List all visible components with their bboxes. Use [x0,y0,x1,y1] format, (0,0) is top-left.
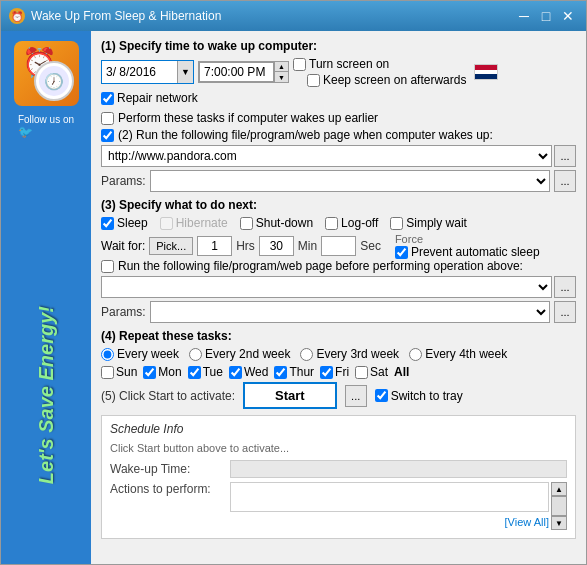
scroll-up-btn[interactable]: ▲ [551,482,567,496]
date-picker[interactable]: 3/ 8/2016 ▼ [101,60,194,84]
start-dots-btn[interactable]: ... [345,385,367,407]
day-sun[interactable]: Sun [101,365,137,379]
start-button[interactable]: Start [243,382,337,409]
url-row: http://www.pandora.com ... [101,145,576,167]
switch-tray-checkbox[interactable]: Switch to tray [375,389,463,403]
scroll-down-btn[interactable]: ▼ [551,516,567,530]
switch-tray-cb[interactable] [375,389,388,402]
repair-network-label: Repair network [117,91,198,105]
content-area: ⏰ 🕖 Follow us on 🐦 Let's Save Energy! (1… [1,31,586,564]
time-up-btn[interactable]: ▲ [274,62,288,72]
wakeup-time-row: Wake-up Time: [110,460,567,478]
repair-network-cb[interactable] [101,92,114,105]
sec-input[interactable] [321,236,356,256]
logoff-checkbox[interactable]: Log-off [325,216,378,230]
params-select[interactable] [150,170,550,192]
url-browse-btn[interactable]: ... [554,145,576,167]
close-button[interactable]: ✕ [558,6,578,26]
day-sat[interactable]: Sat [355,365,388,379]
title-bar-left: ⏰ Wake Up From Sleep & Hibernation [9,8,221,24]
run-program-cb[interactable] [101,129,114,142]
hrs-input[interactable] [197,236,232,256]
every-2nd-label: Every 2nd week [205,347,290,361]
turn-screen-checkbox[interactable]: Turn screen on [293,57,466,71]
days-row: Sun Mon Tue Wed [101,365,576,379]
date-value: 3/ 8/2016 [102,63,177,81]
perform-tasks-row: Perform these tasks if computer wakes up… [101,111,576,125]
section-3: (3) Specify what to do next: Sleep Hiber… [101,198,576,323]
section-5: (5) Click Start to activate: Start ... S… [101,382,576,409]
pick-button[interactable]: Pick... [149,237,193,255]
clock-face: 🕖 [39,66,69,96]
wait-row: Wait for: Pick... Hrs Min Sec Force Prev… [101,233,576,259]
every-week-label: Every week [117,347,179,361]
maximize-button[interactable]: □ [536,6,556,26]
shutdown-label: Shut-down [256,216,313,230]
flag-icon [474,64,498,80]
day-thur[interactable]: Thur [274,365,314,379]
every-4th-label: Every 4th week [425,347,507,361]
prevent-sleep-cb[interactable] [395,246,408,259]
every-3rd-label: Every 3rd week [316,347,399,361]
wait-for-label: Wait for: [101,239,145,253]
before-params-select[interactable] [150,301,550,323]
before-url-select[interactable] [101,276,552,298]
simply-wait-cb[interactable] [390,217,403,230]
app-icon: ⏰ [9,8,25,24]
before-params-label: Params: [101,305,146,319]
day-tue[interactable]: Tue [188,365,223,379]
day-fri[interactable]: Fri [320,365,349,379]
day-wed[interactable]: Wed [229,365,268,379]
hrs-label: Hrs [236,239,255,253]
follow-link[interactable]: 🐦 [18,125,74,139]
turn-screen-cb[interactable] [293,58,306,71]
shutdown-cb[interactable] [240,217,253,230]
before-params-browse-btn[interactable]: ... [554,301,576,323]
every-week-radio[interactable]: Every week [101,347,179,361]
hibernate-checkbox: Hibernate [160,216,228,230]
shutdown-checkbox[interactable]: Shut-down [240,216,313,230]
sidebar-logo: ⏰ 🕖 [14,41,79,106]
time-down-btn[interactable]: ▼ [274,72,288,82]
week-radio-group: Every week Every 2nd week Every 3rd week… [101,347,576,361]
before-url-browse-btn[interactable]: ... [554,276,576,298]
minimize-button[interactable]: ─ [514,6,534,26]
logoff-cb[interactable] [325,217,338,230]
schedule-info-box: Schedule Info Click Start button above t… [101,415,576,539]
run-before-cb[interactable] [101,260,114,273]
day-all[interactable]: All [394,365,409,379]
prevent-sleep-label: Prevent automatic sleep [411,245,540,259]
section-5-label: (5) Click Start to activate: [101,389,235,403]
section-2-label-row: (2) Run the following file/program/web p… [101,128,576,142]
keep-screen-cb[interactable] [307,74,320,87]
keep-screen-checkbox[interactable]: Keep screen on afterwards [307,73,466,87]
hibernate-cb [160,217,173,230]
sleep-checkbox[interactable]: Sleep [101,216,148,230]
perform-tasks-cb[interactable] [101,112,114,125]
repair-network-checkbox[interactable]: Repair network [101,91,198,105]
window-title: Wake Up From Sleep & Hibernation [31,9,221,23]
every-3rd-radio[interactable]: Every 3rd week [300,347,399,361]
params-browse-btn[interactable]: ... [554,170,576,192]
url-select[interactable]: http://www.pandora.com [101,145,552,167]
view-all-row: [View All] [230,514,549,528]
wakeup-time-value [230,460,567,478]
hibernate-label: Hibernate [176,216,228,230]
follow-us-text: Follow us on 🐦 [18,114,74,139]
view-all-link[interactable]: [View All] [505,516,549,528]
simply-wait-checkbox[interactable]: Simply wait [390,216,467,230]
title-buttons: ─ □ ✕ [514,6,578,26]
calendar-dropdown-btn[interactable]: ▼ [177,61,193,83]
wakeup-time-label: Wake-up Time: [110,462,230,476]
time-picker[interactable]: ▲ ▼ [198,61,289,83]
sleep-cb[interactable] [101,217,114,230]
force-label: Force [395,233,423,245]
time-input[interactable] [199,62,274,82]
params-label: Params: [101,174,146,188]
every-4th-radio[interactable]: Every 4th week [409,347,507,361]
every-2nd-radio[interactable]: Every 2nd week [189,347,290,361]
day-mon[interactable]: Mon [143,365,181,379]
prevent-sleep-checkbox[interactable]: Prevent automatic sleep [395,245,540,259]
min-input[interactable] [259,236,294,256]
time-spinner-btns: ▲ ▼ [274,62,288,82]
